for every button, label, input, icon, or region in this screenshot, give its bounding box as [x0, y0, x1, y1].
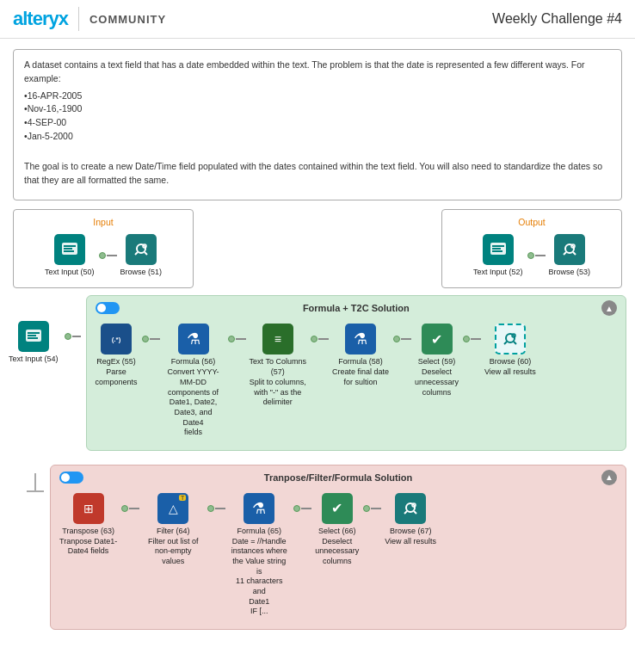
tool-node-67: Browse (67)View all results	[385, 493, 436, 546]
toggle-knob-2	[61, 473, 70, 482]
tool-node-57: ≡ Text To Columns(57)Split to columns,wi…	[250, 324, 306, 407]
svg-point-24	[406, 503, 415, 512]
tool-label-51: Browse (51)	[120, 268, 163, 278]
example-1: •16-APR-2005	[24, 89, 611, 103]
dot	[363, 505, 370, 512]
line	[301, 508, 311, 509]
tool-node-65: ⚗ Formula (65)Date = //Handleinstances w…	[229, 493, 289, 617]
input-nodes: Text Input (50) Browse (51)	[45, 234, 162, 278]
dot	[293, 505, 300, 512]
tool-node-60: Browse (60)View all results	[484, 324, 536, 377]
community-label: COMMUNITY	[89, 13, 166, 26]
workflow1-toggle[interactable]	[96, 302, 120, 314]
svg-rect-11	[492, 250, 502, 252]
tool-label-55: RegEx (55)Parsecomponents	[96, 357, 138, 387]
tool-icon-filter-64: △ T	[157, 493, 188, 524]
dot-54	[65, 333, 71, 340]
page-title: Weekly Challenge #4	[492, 11, 622, 27]
tool-icon-t2c-57: ≡	[262, 324, 293, 354]
tool-icon-browse-51	[126, 234, 157, 265]
tool-node-55: (.*) RegEx (55)Parsecomponents	[96, 324, 138, 387]
tool-label-52: Text Input (52)	[473, 268, 523, 278]
tool-node-51: Browse (51)	[120, 234, 163, 278]
workflow2-box: Tranpose/Filter/Formula Solution ▲ ⊞ Tra…	[50, 465, 626, 630]
tool-icon-textinput-52	[483, 234, 514, 265]
tool-icon-54	[18, 321, 49, 352]
example-3: •4-SEP-00	[24, 116, 611, 130]
line	[236, 338, 246, 340]
tool-node-52: Text Input (52)	[473, 234, 523, 278]
svg-rect-9	[492, 245, 504, 247]
workflow1-nodes: (.*) RegEx (55)Parsecomponents ⚗ Formula…	[96, 320, 617, 441]
tool-label-63: Transpose (63)Tranpose Date1-Date4 field…	[59, 527, 117, 557]
svg-rect-17	[28, 332, 40, 334]
dot	[228, 336, 235, 342]
conn-56-57	[227, 336, 246, 342]
dot	[311, 336, 318, 342]
conn-64-65	[207, 505, 225, 512]
description-intro: A dataset contains a text field that has…	[24, 59, 611, 86]
tool-icon-browse-60	[495, 324, 526, 354]
tool-label-53: Browse (53)	[549, 268, 591, 278]
svg-line-23	[514, 342, 516, 344]
conn-66-67	[362, 505, 381, 512]
line	[129, 508, 139, 509]
conn-65-66	[293, 505, 311, 512]
tool-node-53: Browse (53)	[549, 234, 591, 278]
svg-rect-10	[492, 248, 501, 250]
svg-rect-3	[64, 250, 74, 252]
tool-label-59: Select (59)Deselectunnecessarycolumns	[415, 357, 459, 398]
tool-node-58: ⚗ Formula (58)Create final datefor sulti…	[332, 324, 389, 387]
line	[401, 338, 411, 340]
workflow2-collapse-button[interactable]: ▲	[601, 470, 617, 485]
workflow2-title: Tranpose/Filter/Formula Solution	[264, 472, 412, 483]
dot	[527, 252, 534, 259]
tool-node-63: ⊞ Transpose (63)Tranpose Date1-Date4 fie…	[59, 493, 117, 557]
conn-58-59	[392, 336, 411, 342]
dot	[393, 336, 400, 342]
description-goal: The goal is to create a new Date/Time fi…	[24, 160, 611, 188]
line	[318, 338, 329, 340]
tool-icon-select-66: ✔	[322, 493, 353, 524]
tool-label-65: Formula (65)Date = //Handleinstances whe…	[229, 527, 289, 617]
tool-icon-browse-53	[554, 234, 585, 265]
tool-label-56: Formula (56)Convert YYYY-MM-DDcomponents…	[163, 357, 224, 438]
svg-line-22	[504, 342, 507, 344]
workflow1-collapse-button[interactable]: ▲	[601, 300, 617, 316]
toggle-knob	[97, 304, 106, 312]
svg-rect-1	[64, 245, 76, 247]
tool-node-66: ✔ Select (66)Deselectunnecessarycolumns	[315, 493, 359, 567]
output-label: Output	[518, 217, 546, 227]
tool-label-58: Formula (58)Create final datefor sultion	[332, 357, 389, 387]
tool-label-67: Browse (67)View all results	[385, 527, 436, 546]
io-section: Input Text Input (50) Browse (51)	[13, 209, 622, 289]
tool-label-50: Text Input (50)	[45, 268, 95, 278]
svg-line-26	[404, 511, 407, 514]
line	[107, 255, 117, 256]
tool-icon-select-59: ✔	[422, 324, 453, 354]
line	[371, 508, 381, 509]
workflow1-box: Formula + T2C Solution ▲ (.*) RegEx (55)…	[86, 295, 626, 451]
line	[150, 338, 160, 340]
examples: •16-APR-2005 •Nov-16,-1900 •4-SEP-00 •Ja…	[24, 89, 611, 144]
conn-59-60	[462, 336, 481, 342]
svg-rect-2	[64, 248, 72, 250]
dot	[207, 505, 214, 512]
tool-label-57: Text To Columns(57)Split to columns,with…	[250, 357, 306, 407]
svg-line-27	[414, 511, 416, 514]
svg-point-20	[506, 334, 515, 342]
dot	[121, 505, 128, 512]
tool-icon-textinput-50	[54, 234, 85, 265]
tool-icon-formula-65: ⚗	[244, 493, 274, 524]
tool-icon-formula-56: ⚗	[178, 324, 209, 354]
header: alteryx COMMUNITY Weekly Challenge #4	[0, 0, 635, 39]
connector-50-51	[98, 252, 117, 259]
header-divider	[78, 7, 79, 31]
workflow2-toggle[interactable]	[59, 472, 83, 484]
tool-icon-regex-55: (.*)	[101, 324, 132, 354]
example-2: •Nov-16,-1900	[24, 102, 611, 116]
svg-line-15	[573, 252, 576, 255]
tool-node-59: ✔ Select (59)Deselectunnecessarycolumns	[415, 324, 459, 398]
tool-label-66: Select (66)Deselectunnecessarycolumns	[315, 527, 359, 567]
conn-63-64	[120, 505, 139, 512]
